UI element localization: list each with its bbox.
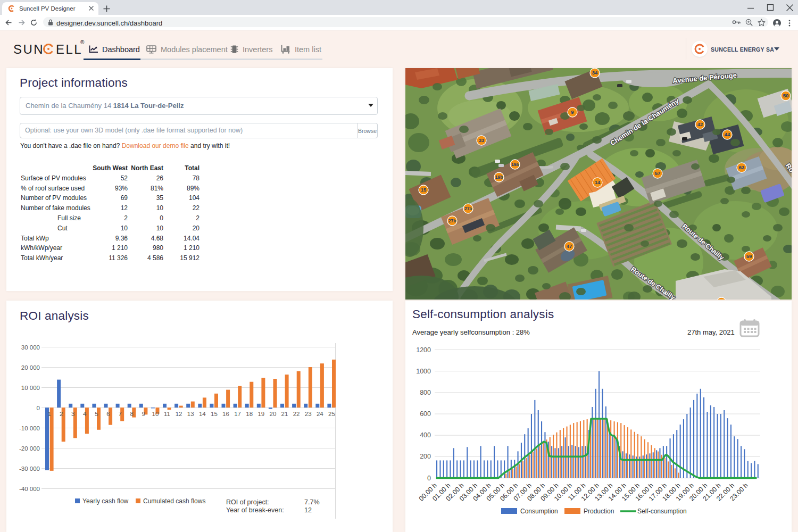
svg-text:7: 7 <box>118 411 121 417</box>
svg-text:27a: 27a <box>464 206 472 211</box>
svg-text:2: 2 <box>60 411 63 417</box>
svg-text:9: 9 <box>571 109 573 115</box>
svg-text:12: 12 <box>304 506 312 514</box>
svg-text:1000: 1000 <box>416 368 431 375</box>
svg-text:Yearly cash flow: Yearly cash flow <box>82 497 129 505</box>
svg-text:1200: 1200 <box>416 346 431 354</box>
svg-text:34: 34 <box>592 70 598 76</box>
svg-text:-30 000: -30 000 <box>19 466 40 472</box>
svg-text:59: 59 <box>746 253 752 259</box>
svg-text:20: 20 <box>270 411 277 417</box>
svg-text:0: 0 <box>427 475 431 482</box>
svg-text:8: 8 <box>130 411 133 417</box>
svg-text:50: 50 <box>783 93 789 98</box>
svg-text:Consumption: Consumption <box>520 508 558 515</box>
svg-text:200: 200 <box>420 453 431 460</box>
svg-text:15: 15 <box>211 411 218 417</box>
svg-text:24: 24 <box>317 411 323 417</box>
svg-text:19: 19 <box>257 411 264 417</box>
svg-text:22: 22 <box>293 411 300 417</box>
svg-text:57: 57 <box>655 170 661 176</box>
svg-text:25: 25 <box>328 411 335 417</box>
svg-text:Production: Production <box>584 508 614 515</box>
svg-text:3: 3 <box>71 411 74 417</box>
svg-text:55: 55 <box>719 299 725 300</box>
svg-text:47: 47 <box>567 243 572 249</box>
svg-text:23: 23 <box>305 411 312 417</box>
svg-text:-10 000: -10 000 <box>19 425 40 431</box>
svg-text:44: 44 <box>725 131 730 137</box>
svg-text:63: 63 <box>739 164 745 170</box>
svg-text:ROI of project:: ROI of project: <box>226 498 269 506</box>
svg-text:-20 000: -20 000 <box>19 445 40 452</box>
svg-text:21: 21 <box>281 411 288 417</box>
svg-text:6: 6 <box>106 411 110 417</box>
svg-text:13: 13 <box>187 411 194 417</box>
svg-text:800: 800 <box>420 389 431 396</box>
svg-text:19a: 19a <box>511 162 519 167</box>
svg-text:30 000: 30 000 <box>21 344 40 351</box>
svg-text:42: 42 <box>697 121 703 127</box>
svg-text:14: 14 <box>199 411 206 417</box>
svg-text:18: 18 <box>246 411 253 417</box>
svg-text:Cumulated cash flows: Cumulated cash flows <box>143 497 205 505</box>
svg-text:20 000: 20 000 <box>21 364 40 371</box>
svg-text:5: 5 <box>95 411 98 417</box>
svg-text:15: 15 <box>421 187 427 193</box>
svg-text:7.7%: 7.7% <box>304 498 320 506</box>
svg-text:400: 400 <box>420 431 431 439</box>
svg-text:10: 10 <box>152 411 159 417</box>
svg-text:14: 14 <box>595 179 601 185</box>
svg-text:10 000: 10 000 <box>21 385 40 391</box>
svg-text:16: 16 <box>222 411 229 417</box>
svg-text:Self-consumption: Self-consumption <box>637 508 687 515</box>
svg-text:17: 17 <box>234 411 241 417</box>
svg-text:1: 1 <box>48 411 51 417</box>
svg-text:27b: 27b <box>448 218 456 223</box>
svg-text:600: 600 <box>420 410 431 418</box>
svg-text:19b: 19b <box>495 174 503 180</box>
svg-text:0: 0 <box>37 405 40 411</box>
svg-text:Year of break-even:: Year of break-even: <box>226 506 284 514</box>
svg-text:11: 11 <box>164 411 170 417</box>
svg-text:-40 000: -40 000 <box>19 486 40 492</box>
svg-text:33: 33 <box>479 137 485 143</box>
svg-text:9: 9 <box>142 411 145 417</box>
svg-text:12: 12 <box>176 411 182 417</box>
svg-text:4: 4 <box>83 411 87 417</box>
